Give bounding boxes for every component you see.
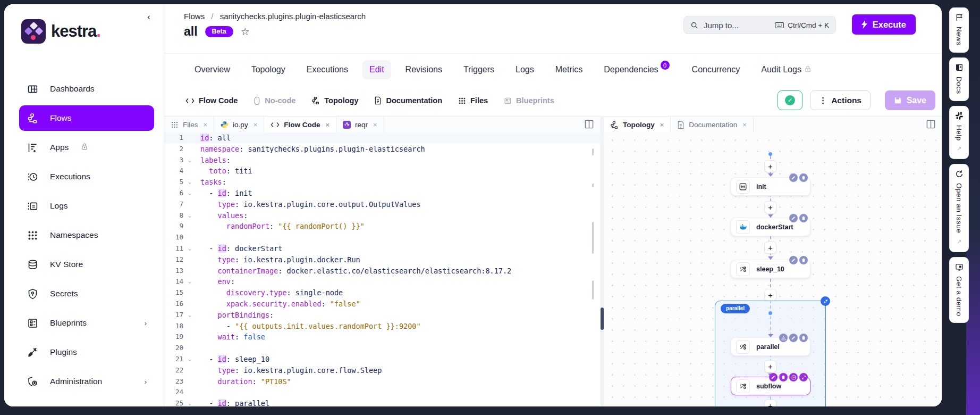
code-line[interactable]: 7 type: io.kestra.plugin.core.output.Out… xyxy=(164,199,600,210)
rail-item-news[interactable]: News xyxy=(949,7,969,53)
warning-node-icon[interactable] xyxy=(779,334,788,342)
sidebar-item-settings[interactable]: Settings xyxy=(19,398,154,406)
delete-node-icon[interactable] xyxy=(799,173,808,182)
sidebar-item-secrets[interactable]: Secrets xyxy=(19,281,154,306)
task-node-subflow[interactable]: subflow xyxy=(731,377,810,395)
actions-button[interactable]: ⋮ Actions xyxy=(810,90,871,110)
jump-to-search[interactable]: Jump to... Ctrl/Cmd + K xyxy=(683,16,836,34)
split-panel-icon[interactable] xyxy=(584,119,595,130)
fold-chevron-icon[interactable]: ⌄ xyxy=(183,243,196,254)
add-task-button[interactable]: + xyxy=(764,160,776,172)
code-line[interactable]: 15 discovery.type: single-node xyxy=(164,287,600,298)
edit-node-icon[interactable] xyxy=(789,173,798,182)
delete-node-icon[interactable] xyxy=(779,373,788,381)
edit-node-icon[interactable] xyxy=(789,256,798,264)
tab-revisions[interactable]: Revisions xyxy=(399,60,449,79)
close-tab-icon[interactable]: × xyxy=(254,121,258,129)
tab-triggers[interactable]: Triggers xyxy=(457,60,501,79)
sidebar-item-dashboards[interactable]: Dashboards xyxy=(19,76,154,102)
rail-item-get-a-demo[interactable]: Get a demo xyxy=(949,257,969,323)
breadcrumb-namespace[interactable]: sanitychecks.plugins.plugin-elasticsearc… xyxy=(220,12,366,21)
favorite-star-icon[interactable]: ☆ xyxy=(241,26,250,38)
code-line[interactable]: 13 containerImage: docker.elastic.co/ela… xyxy=(164,265,600,277)
sidebar-item-kv-store[interactable]: KV Store xyxy=(19,252,154,277)
code-line[interactable]: 3⌄labels: xyxy=(164,155,600,166)
editor-tab-flow-code[interactable]: Flow Code× xyxy=(264,117,336,133)
delete-node-icon[interactable] xyxy=(799,334,808,342)
tab-topology[interactable]: Topology xyxy=(244,60,292,79)
view-switch-files[interactable]: Files xyxy=(458,96,488,105)
code-line[interactable]: 8⌄ values: xyxy=(164,210,600,221)
editor-tab-io-py[interactable]: io.py× xyxy=(214,117,264,133)
sidebar-collapse-button[interactable]: ‹ xyxy=(142,11,155,23)
breadcrumb[interactable]: Flows / sanitychecks.plugins.plugin-elas… xyxy=(184,12,366,21)
task-node-init[interactable]: init xyxy=(731,177,810,196)
validation-status-button[interactable]: ✓ xyxy=(778,90,802,110)
breadcrumb-root[interactable]: Flows xyxy=(184,12,205,21)
kestra-logo[interactable]: kestra. xyxy=(21,19,100,44)
tab-logs[interactable]: Logs xyxy=(509,60,541,79)
sidebar-item-plugins[interactable]: Plugins xyxy=(19,339,154,365)
view-switch-blueprints[interactable]: Blueprints xyxy=(504,96,554,105)
code-line[interactable]: 19 wait: false xyxy=(164,331,600,343)
fold-chevron-icon[interactable]: ⌄ xyxy=(183,398,196,406)
fold-chevron-icon[interactable]: ⌄ xyxy=(183,155,196,166)
add-task-button[interactable]: + xyxy=(764,242,776,254)
sidebar-item-executions[interactable]: Executions xyxy=(19,164,154,189)
topology-canvas[interactable]: + init + xyxy=(604,132,942,406)
fold-chevron-icon[interactable]: ⌄ xyxy=(183,276,196,287)
code-line[interactable]: 11⌄ - id: dockerStart xyxy=(164,243,600,254)
sidebar-item-apps[interactable]: Apps xyxy=(19,135,154,160)
view-switch-no-code[interactable]: No-code xyxy=(254,96,295,105)
code-line[interactable]: 22 type: io.kestra.plugin.core.flow.Slee… xyxy=(164,365,600,376)
editor-tab-documentation[interactable]: Documentation× xyxy=(671,117,753,133)
code-line[interactable]: 16 xpack.security.enabled: "false" xyxy=(164,298,600,310)
fold-chevron-icon[interactable]: ⌄ xyxy=(183,354,196,365)
yaml-editor[interactable]: 1id: all2namespace: sanitychecks.plugins… xyxy=(164,132,600,406)
view-switch-topology[interactable]: Topology xyxy=(311,96,358,105)
code-line[interactable]: 20 xyxy=(164,343,600,354)
expand-subflow-icon[interactable] xyxy=(799,373,808,381)
delete-node-icon[interactable] xyxy=(799,214,808,222)
tab-edit[interactable]: Edit xyxy=(362,60,391,79)
task-node-dockerstart[interactable]: dockerStart xyxy=(731,218,810,236)
sidebar-item-administration[interactable]: Administration› xyxy=(19,369,154,394)
editor-tab-reqr[interactable]: reqr× xyxy=(336,117,384,133)
panel-resize-handle[interactable] xyxy=(600,116,604,406)
close-tab-icon[interactable]: × xyxy=(660,121,664,129)
code-line[interactable]: 25⌄ - id: parallel xyxy=(164,398,600,406)
code-line[interactable]: 17⌄ portBindings: xyxy=(164,310,600,321)
close-tab-icon[interactable]: × xyxy=(742,121,747,129)
save-button[interactable]: Save xyxy=(885,90,935,110)
code-line[interactable]: 24 xyxy=(164,387,600,398)
code-line[interactable]: 4 toto: titi xyxy=(164,165,600,177)
edit-node-icon[interactable] xyxy=(789,334,798,342)
fold-chevron-icon[interactable]: ⌄ xyxy=(183,310,196,321)
code-line[interactable]: 14⌄ env: xyxy=(164,276,600,287)
code-line[interactable]: 10 xyxy=(164,232,600,243)
editor-tab-files[interactable]: Files× xyxy=(164,117,214,133)
split-panel-icon[interactable] xyxy=(926,119,936,130)
tab-audit-logs[interactable]: Audit Logs xyxy=(754,60,818,79)
code-line[interactable]: 12 type: io.kestra.plugin.docker.Run xyxy=(164,254,600,265)
delete-node-icon[interactable] xyxy=(799,256,808,264)
task-node-sleep10[interactable]: sleep_10 xyxy=(731,260,810,278)
rail-item-help[interactable]: Help↗ xyxy=(949,106,969,160)
code-line[interactable]: 2namespace: sanitychecks.plugins.plugin-… xyxy=(164,144,600,155)
fold-chevron-icon[interactable]: ⌄ xyxy=(183,188,196,199)
task-node-parallel[interactable]: parallel xyxy=(731,337,810,356)
code-line[interactable]: 18 - "{{ outputs.init.values.randomPort … xyxy=(164,321,600,332)
fold-chevron-icon[interactable]: ⌄ xyxy=(183,177,196,188)
sidebar-item-flows[interactable]: Flows xyxy=(19,105,154,131)
close-tab-icon[interactable]: × xyxy=(373,121,377,129)
add-task-button[interactable]: + xyxy=(764,201,776,213)
close-tab-icon[interactable]: × xyxy=(204,121,208,129)
sidebar-item-namespaces[interactable]: Namespaces xyxy=(19,222,154,248)
tab-metrics[interactable]: Metrics xyxy=(548,60,590,79)
code-line[interactable]: 6⌄ - id: init xyxy=(164,188,600,199)
add-task-button[interactable]: + xyxy=(764,360,776,372)
rail-item-open-an-issue[interactable]: Open an Issue↗ xyxy=(949,164,969,252)
tab-executions[interactable]: Executions xyxy=(300,60,355,79)
view-switch-documentation[interactable]: Documentation xyxy=(374,96,442,105)
code-line[interactable]: 23 duration: "PT10S" xyxy=(164,376,600,387)
